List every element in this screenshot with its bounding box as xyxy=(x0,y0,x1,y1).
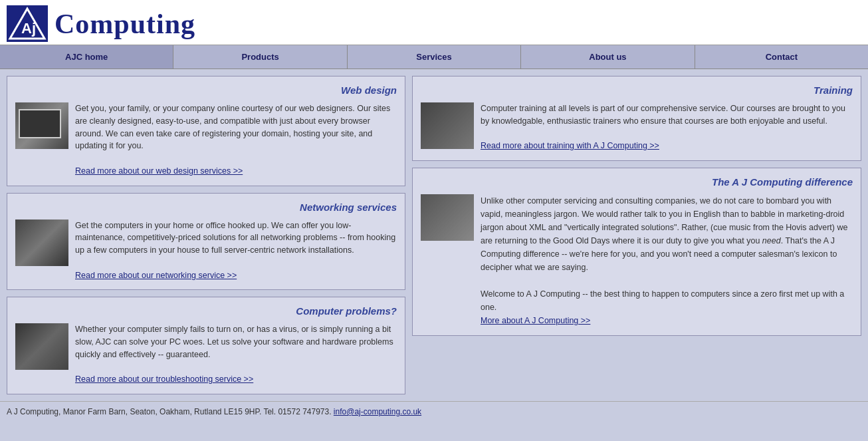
web-design-card: Web design Get you, your family, or your… xyxy=(7,76,405,186)
difference-link[interactable]: More about A J Computing >> xyxy=(481,316,590,325)
web-design-link[interactable]: Read more about our web design services … xyxy=(75,166,243,176)
main-nav: AJC home Products Services About us Cont… xyxy=(0,45,868,69)
training-title: Training xyxy=(421,84,853,96)
computer-problems-image xyxy=(15,323,68,370)
training-image xyxy=(421,102,474,149)
web-design-image xyxy=(15,102,68,149)
web-design-title: Web design xyxy=(15,84,397,96)
site-header: Aj Computing xyxy=(0,0,868,45)
main-content: Web design Get you, your family, or your… xyxy=(0,69,868,401)
nav-item-about[interactable]: About us xyxy=(521,45,695,69)
networking-title: Networking services xyxy=(15,202,397,213)
computer-problems-content: Whether your computer simply fails to tu… xyxy=(15,323,397,386)
computer-problems-link[interactable]: Read more about our troubleshooting serv… xyxy=(75,374,253,384)
nav-item-home[interactable]: AJC home xyxy=(0,45,173,69)
networking-image xyxy=(15,220,68,266)
nav-item-contact[interactable]: Contact xyxy=(695,45,868,69)
difference-card: The A J Computing difference Unlike othe… xyxy=(412,168,861,336)
web-design-text: Get you, your family, or your company on… xyxy=(75,102,397,178)
networking-content: Get the computers in your home or office… xyxy=(15,220,397,282)
web-design-content: Get you, your family, or your company on… xyxy=(15,102,397,178)
training-text: Computer training at all levels is part … xyxy=(481,102,853,152)
nav-item-products[interactable]: Products xyxy=(173,45,347,69)
difference-content: Unlike other computer servicing and cons… xyxy=(421,194,853,327)
nav-item-services[interactable]: Services xyxy=(348,45,521,69)
footer-text: A J Computing, Manor Farm Barn, Seaton, … xyxy=(7,407,332,416)
svg-text:Aj: Aj xyxy=(21,20,36,37)
site-title: Computing xyxy=(54,8,195,40)
networking-link[interactable]: Read more about our networking service >… xyxy=(75,271,237,280)
networking-text: Get the computers in your home or office… xyxy=(75,220,397,282)
training-link[interactable]: Read more about training with A J Comput… xyxy=(481,141,659,150)
difference-text: Unlike other computer servicing and cons… xyxy=(481,194,853,327)
footer-email[interactable]: info@aj-computing.co.uk xyxy=(334,407,421,416)
right-column: Training Computer training at all levels… xyxy=(412,76,861,394)
computer-problems-text: Whether your computer simply fails to tu… xyxy=(75,323,397,386)
left-column: Web design Get you, your family, or your… xyxy=(7,76,405,394)
difference-title: The A J Computing difference xyxy=(421,176,853,188)
networking-card: Networking services Get the computers in… xyxy=(7,193,405,291)
difference-image xyxy=(421,194,474,241)
computer-problems-card: Computer problems? Whether your computer… xyxy=(7,297,405,394)
footer: A J Computing, Manor Farm Barn, Seaton, … xyxy=(0,401,868,422)
computer-problems-title: Computer problems? xyxy=(15,305,397,317)
training-card: Training Computer training at all levels… xyxy=(412,76,861,161)
logo-icon: Aj xyxy=(7,5,48,42)
training-content: Computer training at all levels is part … xyxy=(421,102,853,152)
